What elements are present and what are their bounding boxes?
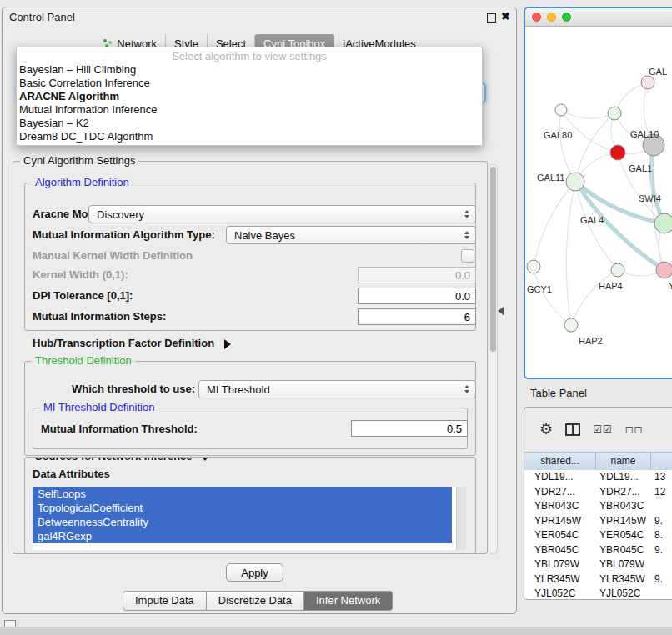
table-cell	[651, 499, 672, 514]
table-body: YDL19...YDL19...13YDR27...YDR27...12YBR0…	[524, 470, 672, 599]
table-cell: YLR345W	[596, 572, 651, 588]
algorithm-option[interactable]: Dream8 DC_TDC Algorithm	[17, 130, 482, 143]
mi-threshold-input[interactable]	[351, 420, 468, 437]
table-cell	[651, 587, 672, 600]
table-row[interactable]: YER054CYER054C8.	[524, 528, 672, 543]
algorithm-dropdown-list: Bayesian – Hill ClimbingBasic Correlatio…	[17, 63, 482, 143]
network-node[interactable]	[608, 107, 621, 120]
aracne-mode-value: Discovery	[97, 208, 144, 221]
table-cell: 9.	[651, 543, 672, 558]
table-cell	[651, 558, 672, 572]
zoom-traffic-light[interactable]	[562, 12, 571, 22]
combo-arrows-icon	[464, 210, 469, 218]
table-cell: YDL19...	[596, 470, 651, 485]
network-node[interactable]	[566, 172, 584, 191]
table-row[interactable]: YBL079WYBL079W	[524, 558, 672, 572]
network-node[interactable]	[610, 145, 625, 160]
mi-steps-input[interactable]	[358, 308, 476, 325]
network-node[interactable]	[654, 213, 672, 233]
manual-kernel-label: Manual Kernel Width Definition	[33, 249, 193, 262]
table-row[interactable]: YDR27...YDR27...12	[524, 485, 672, 500]
table-cell: YBR043C	[524, 499, 596, 514]
network-node[interactable]	[611, 263, 624, 277]
network-canvas[interactable]: GALGAL80GAL10GAL1GAL11SWI4GAL4GCY1HAP4YH…	[525, 27, 672, 378]
column-header[interactable]: name	[596, 452, 651, 470]
mi-type-select[interactable]: Naive Bayes	[226, 226, 476, 244]
bottom-tab-discretize-data[interactable]: Discretize Data	[207, 591, 304, 611]
float-window-icon[interactable]	[487, 13, 496, 22]
settings-gear-icon[interactable]: ⚙	[539, 420, 553, 438]
table-cell: YDL19...	[524, 470, 596, 485]
table-cell: YER054C	[524, 528, 596, 543]
hub-definition-toggle[interactable]: Hub/Transcription Factor Definition	[33, 337, 231, 349]
aracne-mode-select[interactable]: Discovery	[88, 205, 476, 223]
table-cell: YPR145W	[596, 514, 651, 529]
minimize-traffic-light[interactable]	[547, 12, 556, 22]
manual-kernel-checkbox[interactable]	[461, 249, 474, 262]
columns-icon[interactable]	[565, 423, 580, 436]
node-label: SWI4	[639, 193, 661, 203]
which-threshold-select[interactable]: MI Threshold	[198, 380, 476, 398]
kernel-width-input[interactable]	[358, 267, 476, 283]
node-label: GAL11	[537, 172, 564, 182]
close-icon[interactable]: ✖	[501, 10, 510, 22]
select-all-checks-icon[interactable]: ☑☑	[593, 423, 613, 435]
algorithm-option[interactable]: Mutual Information Inference	[17, 103, 482, 117]
table-cell: 9.	[651, 514, 672, 529]
table-cell: YPR145W	[524, 514, 596, 529]
table-row[interactable]: YDL19...YDL19...13	[524, 470, 672, 485]
network-node[interactable]	[641, 76, 654, 89]
algorithm-dropdown: Select algorithm to view settings Bayesi…	[16, 47, 483, 146]
network-node[interactable]	[564, 318, 578, 332]
node-label: HAP2	[579, 336, 603, 346]
data-attributes-label: Data Attributes	[33, 468, 110, 480]
data-attribute-item[interactable]: SelfLoops	[33, 487, 452, 501]
algorithm-option[interactable]: ARACNE Algorithm	[17, 90, 482, 103]
bottom-tab-infer-network[interactable]: Infer Network	[304, 591, 393, 611]
bottom-strip	[0, 627, 672, 635]
table-cell: YJL052C	[524, 587, 596, 600]
column-header[interactable]: shared...	[524, 452, 596, 470]
algorithm-option[interactable]: Bayesian – Hill Climbing	[17, 63, 482, 77]
table-row[interactable]: YLR345WYLR345W9.	[524, 572, 672, 588]
node-label: GAL10	[630, 129, 659, 139]
deselect-boxes-icon[interactable]: ◻◻	[625, 423, 644, 435]
bottom-tab-impute-data[interactable]: Impute Data	[123, 591, 207, 611]
panel-collapse-arrow[interactable]	[498, 307, 504, 315]
mi-type-value: Naive Bayes	[234, 229, 295, 242]
table-row[interactable]: YPR145WYPR145W9.	[524, 514, 672, 529]
network-edge	[566, 182, 575, 325]
network-view-window: GALGAL80GAL10GAL1GAL11SWI4GAL4GCY1HAP4YH…	[524, 7, 672, 379]
data-attribute-item[interactable]: BetweennessCentrality	[33, 515, 452, 529]
network-node[interactable]	[656, 262, 672, 278]
data-attribute-item[interactable]: gal4RGexp	[33, 529, 452, 543]
network-window-titlebar	[525, 8, 672, 27]
network-node[interactable]	[527, 260, 540, 273]
desktop: Control Panel ✖ NetworkStyleSelectCyni T…	[0, 0, 672, 635]
table-row[interactable]: YBR045CYBR045C9.	[524, 543, 672, 558]
algorithm-option[interactable]: Basic Correlation Inference	[17, 77, 482, 90]
table-cell: YBL079W	[524, 558, 596, 572]
close-traffic-light[interactable]	[532, 12, 541, 22]
data-attribute-item[interactable]: TopologicalCoefficient	[33, 501, 452, 515]
which-threshold-value: MI Threshold	[207, 383, 270, 396]
network-edge	[534, 182, 575, 267]
dpi-tolerance-input[interactable]	[358, 288, 476, 304]
chevron-right-icon	[224, 339, 231, 349]
settings-scrollbar[interactable]	[489, 164, 498, 554]
column-header[interactable]	[651, 452, 672, 470]
sources-toggle[interactable]: Sources for Network Inference	[32, 457, 213, 462]
table-cell: YBL079W	[596, 558, 651, 572]
network-canvas-svg[interactable]: GALGAL80GAL10GAL1GAL11SWI4GAL4GCY1HAP4YH…	[525, 27, 672, 378]
table-row[interactable]: YJL052CYJL052C	[524, 587, 672, 600]
list-scrollbar[interactable]	[456, 487, 466, 550]
apply-button[interactable]: Apply	[226, 563, 283, 582]
table-cell: YBR045C	[596, 543, 651, 558]
scrollbar-thumb[interactable]	[490, 167, 496, 352]
table-cell: YBR045C	[524, 543, 596, 558]
table-cell: 8.	[651, 528, 672, 543]
mi-steps-label: Mutual Information Steps:	[33, 310, 166, 322]
algorithm-option[interactable]: Bayesian – K2	[17, 117, 482, 130]
network-node[interactable]	[555, 104, 567, 116]
table-row[interactable]: YBR043CYBR043C	[524, 499, 672, 514]
